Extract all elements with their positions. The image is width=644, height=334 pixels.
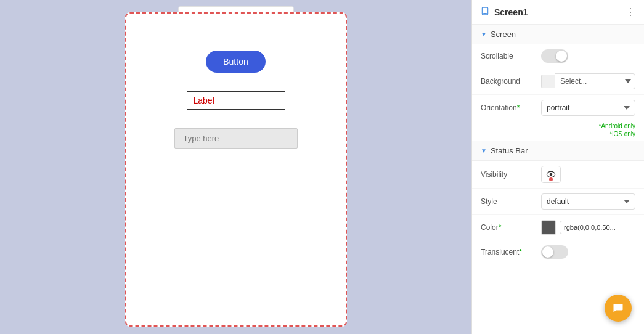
visibility-red-dot xyxy=(549,177,553,181)
more-options-icon[interactable]: ⋮ xyxy=(626,6,635,18)
background-label: Background xyxy=(481,77,536,86)
visibility-row: Visibility xyxy=(472,161,644,189)
visibility-control xyxy=(541,166,635,183)
panel-header: Screen1 ⋮ xyxy=(472,0,644,25)
screen-section-arrow: ▼ xyxy=(481,31,487,38)
type-here-input[interactable] xyxy=(174,128,298,149)
color-swatch[interactable] xyxy=(541,220,556,235)
scrollable-control xyxy=(541,49,635,63)
phone-frame: Button xyxy=(125,12,347,327)
style-control: default light dark xyxy=(541,193,635,210)
scrollable-row: Scrollable xyxy=(472,44,644,68)
visibility-eye-button[interactable] xyxy=(541,166,561,183)
color-row: Color* ▼ xyxy=(472,215,644,240)
translucent-thumb xyxy=(542,246,553,258)
color-control: ▼ xyxy=(541,220,644,235)
orientation-control: portrait landscape xyxy=(541,100,635,116)
translucent-row: Translucent* xyxy=(472,240,644,264)
background-color-swatch xyxy=(541,75,555,88)
chat-fab-button[interactable] xyxy=(605,295,632,322)
screen-section-header[interactable]: ▼ Screen xyxy=(472,25,644,44)
style-select[interactable]: default light dark xyxy=(541,193,635,210)
orientation-label: Orientation* xyxy=(481,104,536,112)
android-note: *Android only xyxy=(472,121,644,131)
label-input[interactable] xyxy=(187,91,285,110)
translucent-toggle[interactable] xyxy=(541,245,568,259)
color-label: Color* xyxy=(481,223,536,232)
orientation-row: Orientation* portrait landscape xyxy=(472,95,644,121)
color-value-input[interactable] xyxy=(560,221,644,234)
screen-section-label: Screen xyxy=(491,30,516,39)
status-bar-label: Status Bar xyxy=(491,146,528,155)
translucent-label: Translucent* xyxy=(481,248,536,256)
properties-panel: Screen1 ⋮ ▼ Screen Scrollable Background… xyxy=(471,0,644,334)
ios-note: *iOS only xyxy=(472,131,644,141)
canvas-area: Button xyxy=(0,0,471,334)
panel-title-group: Screen1 xyxy=(481,7,528,17)
translucent-control xyxy=(541,245,635,259)
panel-title: Screen1 xyxy=(494,7,528,17)
background-row: Background Select... xyxy=(472,68,644,95)
visibility-label: Visibility xyxy=(481,170,536,179)
scrollable-thumb xyxy=(556,51,567,62)
orientation-select[interactable]: portrait landscape xyxy=(541,100,635,116)
style-row: Style default light dark xyxy=(472,189,644,215)
canvas-button[interactable]: Button xyxy=(206,51,265,73)
scrollable-toggle[interactable] xyxy=(541,49,568,63)
background-control: Select... xyxy=(541,73,635,89)
scrollable-label: Scrollable xyxy=(481,52,536,60)
status-bar-arrow: ▼ xyxy=(481,147,487,154)
svg-point-12 xyxy=(550,173,553,176)
style-label: Style xyxy=(481,197,536,206)
screen-icon xyxy=(481,7,489,17)
status-bar-section-header[interactable]: ▼ Status Bar xyxy=(472,141,644,161)
background-select[interactable]: Select... xyxy=(555,73,635,89)
